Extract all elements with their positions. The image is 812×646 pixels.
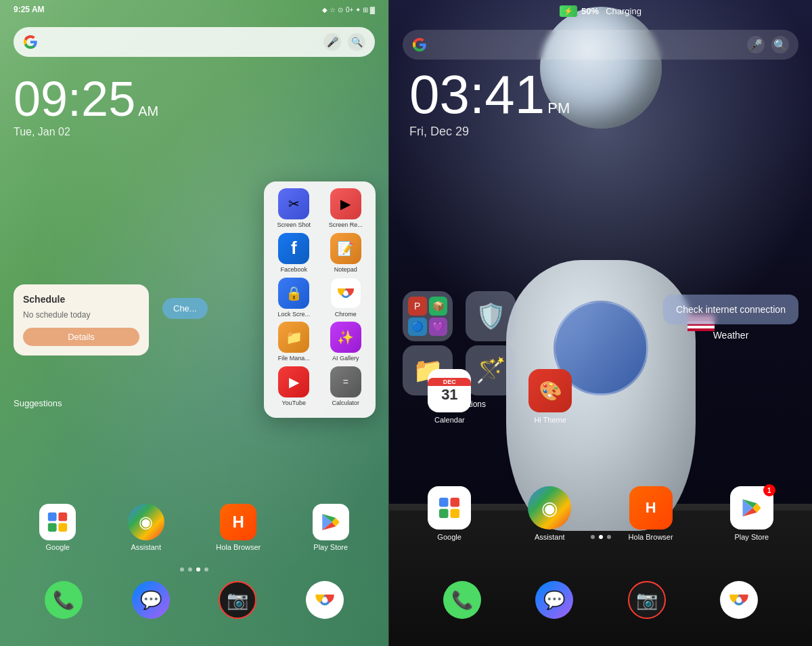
lens-icon-right[interactable]: 🔍: [771, 36, 789, 53]
dock-messenger-left[interactable]: 💬: [132, 581, 170, 619]
schedule-no-schedule: No schedule today: [23, 310, 139, 320]
notepad-icon: 📝: [330, 233, 361, 264]
app-calendar-right[interactable]: DEC 31 Calendar: [428, 369, 471, 424]
status-bar-right: ⚡ 50% Charging: [389, 0, 812, 22]
google-logo-left: [23, 35, 38, 49]
filemanager-label: File Mana...: [278, 355, 310, 362]
popup-item-screenrec[interactable]: ▶ Screen Re...: [323, 188, 369, 229]
dock-left: 📞 💬 📷: [0, 581, 388, 619]
app-google-left[interactable]: Google: [39, 504, 76, 551]
youtube-label: YouTube: [282, 400, 306, 407]
dock-chrome-right[interactable]: [720, 581, 758, 619]
status-network: 0+ ✦ ⊞ ▓: [346, 6, 375, 14]
popup-item-calculator[interactable]: = Calculator: [323, 366, 369, 407]
dock-camera-left[interactable]: 📷: [219, 581, 256, 619]
notepad-label: Notepad: [334, 266, 357, 274]
left-phone: 9:25 AM ◆ ☆ ⊙ 0+ ✦ ⊞ ▓ 🎤 🔍 09:25 AM Tue,…: [0, 0, 389, 646]
svg-rect-5: [59, 523, 68, 532]
status-icon-dots: ◆ ☆ ⊙: [322, 6, 343, 14]
page-dots-right: [389, 535, 812, 539]
dock-phone-right[interactable]: 📞: [443, 581, 481, 619]
lockscreen-icon: 🔒: [278, 278, 309, 309]
playstore-app-label-left: Play Store: [313, 543, 348, 551]
clock-date-left: Tue, Jan 02: [14, 126, 158, 138]
dock-messenger-right[interactable]: 💬: [535, 581, 573, 619]
app-assistant-left[interactable]: ◉ Assistant: [128, 504, 164, 551]
popup-item-screenshot[interactable]: ✂ Screen Shot: [271, 188, 317, 229]
facebook-icon: f: [278, 233, 309, 264]
popup-row-4: 📁 File Mana... ✨ AI Gallery: [271, 322, 369, 362]
popup-row-1: ✂ Screen Shot ▶ Screen Re...: [271, 188, 369, 229]
screenshot-icon: ✂: [278, 188, 309, 219]
svg-rect-9: [451, 498, 460, 507]
google-logo-right: [412, 37, 427, 52]
svg-rect-10: [439, 509, 449, 519]
check-internet-button[interactable]: Check internet connection: [663, 295, 798, 324]
popup-item-aigallery[interactable]: ✨ AI Gallery: [323, 322, 369, 362]
dock-chrome-left[interactable]: [306, 581, 344, 619]
dot-4-left: [204, 567, 208, 572]
dot-3-left: [196, 567, 200, 572]
popup-row-5: ▶ YouTube = Calculator: [271, 366, 369, 407]
check-btn-left[interactable]: Che...: [162, 298, 208, 319]
hola-icon-right: H: [629, 486, 673, 530]
bottom-apps-left: Google ◉ Assistant H Hola Browser Play S…: [0, 504, 388, 551]
lens-icon-left[interactable]: 🔍: [348, 33, 365, 51]
mic-icon-left[interactable]: 🎤: [323, 33, 341, 51]
screenrec-label: Screen Re...: [329, 221, 363, 229]
schedule-title: Schedule: [23, 294, 139, 305]
screenshot-label: Screen Shot: [277, 221, 311, 229]
assistant-app-label-left: Assistant: [131, 543, 161, 551]
aigallery-label: AI Gallery: [332, 355, 359, 362]
app-playstore-right[interactable]: 1 Play Store: [730, 486, 773, 541]
dot-3-right: [607, 535, 611, 539]
status-time-left: 9:25 AM: [14, 5, 45, 14]
dot-1-left: [180, 567, 184, 572]
mic-icon-right[interactable]: 🎤: [747, 36, 765, 53]
calendar-label: Calendar: [434, 416, 465, 424]
schedule-widget: Schedule No schedule today Details: [14, 284, 149, 356]
app-hitheme-right[interactable]: 🎨 Hi Theme: [528, 369, 572, 424]
calculator-icon: =: [330, 366, 361, 397]
google-app-label-left: Google: [45, 543, 69, 551]
clock-date-right: Fri, Dec 29: [409, 125, 570, 139]
hola-app-icon-left: H: [220, 504, 256, 540]
calendar-icon: DEC 31: [428, 369, 471, 412]
assistant-icon-right: ◉: [528, 486, 571, 530]
right-phone: ⚡ 50% Charging 🎤 🔍 03:41 PM Fri, Dec 29: [389, 0, 812, 646]
dock-camera-right[interactable]: 📷: [628, 581, 666, 619]
search-bar-right[interactable]: 🎤 🔍: [403, 30, 798, 60]
battery-percent: 50%: [581, 6, 599, 16]
spacer-2: [730, 369, 773, 424]
popup-item-youtube[interactable]: ▶ YouTube: [271, 366, 317, 407]
playstore-badge: 1: [763, 484, 775, 496]
schedule-details-button[interactable]: Details: [23, 328, 139, 346]
battery-icon: ⚡: [560, 5, 577, 17]
app-google-right[interactable]: Google: [428, 486, 471, 541]
charging-text: Charging: [606, 6, 641, 16]
app-assistant-right[interactable]: ◉ Assistant: [528, 486, 571, 541]
check-internet-group: Check internet connection Weather: [663, 295, 798, 341]
search-bar-left[interactable]: 🎤 🔍: [14, 27, 375, 57]
popup-menu: ✂ Screen Shot ▶ Screen Re... f Facebook …: [264, 181, 376, 418]
svg-rect-3: [59, 513, 68, 521]
youtube-icon: ▶: [278, 366, 309, 397]
app-playstore-left[interactable]: Play Store: [313, 504, 349, 551]
popup-item-chrome[interactable]: Chrome: [323, 278, 369, 318]
suggestions-folder-p[interactable]: P 📦 🔵 💜: [403, 291, 461, 341]
bottom-apps-right: Google ◉ Assistant H Hola Browser 1 Play: [399, 486, 802, 541]
clock-widget-right: 03:41 PM Fri, Dec 29: [409, 68, 570, 139]
hitheme-icon: 🎨: [528, 369, 572, 412]
popup-item-filemanager[interactable]: 📁 File Mana...: [271, 322, 317, 362]
chrome-icon-popup: [330, 278, 361, 309]
screenrec-icon: ▶: [330, 188, 361, 219]
dock-phone-left[interactable]: 📞: [45, 581, 83, 619]
popup-item-facebook[interactable]: f Facebook: [271, 233, 317, 274]
app-hola-right[interactable]: H Hola Browser: [629, 486, 673, 541]
suggestions-shield[interactable]: 🛡️: [466, 291, 524, 341]
dot-1-right: [591, 535, 595, 539]
popup-item-lockscreen[interactable]: 🔒 Lock Scre...: [271, 278, 317, 318]
popup-item-notepad[interactable]: 📝 Notepad: [323, 233, 369, 274]
app-hola-left[interactable]: H Hola Browser: [216, 504, 261, 551]
svg-rect-8: [439, 498, 449, 507]
